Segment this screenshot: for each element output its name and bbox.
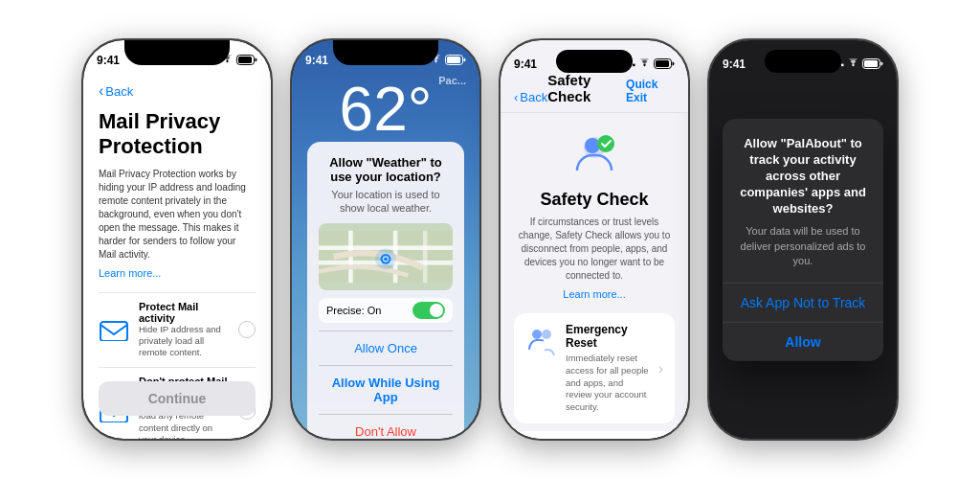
map-thumbnail (319, 223, 453, 290)
svg-point-22 (542, 330, 551, 339)
svg-rect-17 (656, 60, 669, 67)
wifi-icon (847, 58, 859, 70)
safety-check-hero-title: Safety Check (540, 190, 648, 210)
phone-2-screen: 9:41 ▪▪▪▪ Pac... 62° Allow "Weather" to … (292, 40, 479, 439)
svg-rect-2 (100, 322, 127, 341)
phone-2: 9:41 ▪▪▪▪ Pac... 62° Allow "Weather" to … (290, 38, 481, 441)
phone-1-notch (124, 40, 230, 65)
back-button[interactable]: ‹ Back (99, 82, 256, 100)
svg-rect-26 (864, 60, 878, 67)
svg-rect-11 (423, 230, 428, 282)
tracking-dialog-inner: Allow "PalAbout" to track your activity … (723, 119, 883, 269)
weather-city: Pac... (305, 75, 466, 86)
protect-mail-radio[interactable] (238, 321, 256, 338)
allow-while-using-button[interactable]: Allow While Using App (319, 365, 453, 414)
tracking-dialog-title: Allow "PalAbout" to track your activity … (738, 136, 868, 217)
protect-mail-icon (99, 318, 129, 341)
safety-check-nav-title: Safety Check (547, 72, 626, 104)
mail-title-line2: Protection (99, 134, 203, 158)
emergency-reset-card[interactable]: Emergency Reset Immediately reset access… (514, 313, 675, 423)
svg-rect-5 (447, 57, 460, 63)
weather-temperature: 62° (305, 79, 466, 140)
location-dialog: Allow "Weather" to use your location? Yo… (307, 142, 464, 439)
svg-point-20 (597, 135, 614, 152)
protect-mail-text: Protect Mail activity Hide IP address an… (139, 301, 229, 359)
back-chevron-icon: ‹ (514, 90, 518, 104)
svg-rect-1 (238, 57, 252, 63)
phone-4: 9:41 ▪▪▪▪ Allow "PalAbout" to track your… (707, 38, 899, 441)
phone-4-screen: 9:41 ▪▪▪▪ Allow "PalAbout" to track your… (709, 40, 897, 439)
safety-check-content: Safety Check If circumstances or trust l… (501, 113, 688, 439)
back-chevron-icon: ‹ (99, 82, 103, 100)
emergency-reset-icon (525, 325, 556, 355)
precise-label: Precise: On (326, 305, 381, 316)
emergency-reset-chevron-icon: › (658, 360, 663, 377)
mail-privacy-description: Mail Privacy Protection works by hiding … (99, 168, 256, 262)
mail-privacy-title: Mail Privacy Protection (99, 109, 256, 160)
phone-3-dynamic-island (556, 50, 633, 73)
tracking-dialog: Allow "PalAbout" to track your activity … (723, 119, 883, 361)
quick-exit-button[interactable]: Quick Exit (626, 78, 675, 104)
emergency-reset-title: Emergency Reset (566, 323, 649, 350)
safety-check-hero-desc: If circumstances or trust levels change,… (514, 216, 675, 283)
emergency-reset-desc: Immediately reset access for all people … (566, 353, 649, 414)
safety-back-button[interactable]: ‹ Back (514, 90, 547, 104)
phone-2-time: 9:41 (305, 54, 328, 67)
allow-tracking-button[interactable]: Allow (723, 321, 883, 360)
safety-check-hero: Safety Check If circumstances or trust l… (514, 128, 675, 300)
safety-check-icon (568, 128, 621, 182)
mail-learn-more-link[interactable]: Learn more... (99, 267, 256, 279)
phone-1-time: 9:41 (97, 54, 120, 67)
svg-point-15 (375, 248, 396, 269)
weather-content: Pac... 62° Allow "Weather" to use your l… (292, 75, 479, 439)
precise-toggle[interactable]: Precise: On (319, 298, 453, 323)
precise-toggle-switch[interactable] (412, 302, 445, 319)
continue-button[interactable]: Continue (99, 381, 256, 416)
phone-1-screen: 9:41 ▪▪▪▪ ‹ Back Mail Privacy Protection (83, 40, 271, 439)
phone-2-notch (333, 40, 438, 65)
phone-1: 9:41 ▪▪▪▪ ‹ Back Mail Privacy Protection (81, 38, 273, 441)
manage-sharing-card[interactable]: Manage Sharing & Access Customize which … (514, 431, 675, 439)
location-dialog-text: Your location is used to show local weat… (319, 188, 453, 216)
allow-once-button[interactable]: Allow Once (319, 331, 453, 365)
phone-4-time: 9:41 (723, 57, 746, 71)
safety-check-header: ‹ Back Safety Check Quick Exit (501, 75, 688, 113)
phone-3-screen: 9:41 ▪▪▪▪ ‹ Back Safety Check Quick Exit (501, 40, 688, 439)
battery-icon (236, 55, 257, 67)
location-dialog-title: Allow "Weather" to use your location? (319, 155, 453, 184)
protect-mail-label: Protect Mail activity (139, 301, 229, 324)
mail-privacy-content: ‹ Back Mail Privacy Protection Mail Priv… (83, 75, 271, 439)
svg-point-21 (532, 330, 542, 339)
protect-mail-sublabel: Hide IP address and privately load all r… (139, 324, 229, 359)
phone-4-dynamic-island (765, 50, 841, 73)
ask-not-to-track-button[interactable]: Ask App Not to Track (723, 282, 883, 321)
battery-icon (862, 58, 883, 71)
protect-mail-option[interactable]: Protect Mail activity Hide IP address an… (99, 292, 256, 367)
battery-icon (445, 55, 466, 67)
battery-icon (654, 58, 675, 71)
wifi-icon (638, 58, 651, 70)
safety-check-learn-more[interactable]: Learn more... (563, 288, 625, 300)
mail-title-line1: Mail Privacy (99, 109, 220, 133)
back-label: Back (520, 90, 547, 104)
back-label: Back (105, 84, 133, 99)
phone-3-time: 9:41 (514, 57, 537, 71)
dont-allow-button[interactable]: Don't Allow (319, 414, 453, 439)
phone-3: 9:41 ▪▪▪▪ ‹ Back Safety Check Quick Exit (499, 38, 690, 441)
emergency-reset-body: Emergency Reset Immediately reset access… (566, 323, 649, 414)
tracking-dialog-description: Your data will be used to deliver person… (738, 224, 868, 268)
